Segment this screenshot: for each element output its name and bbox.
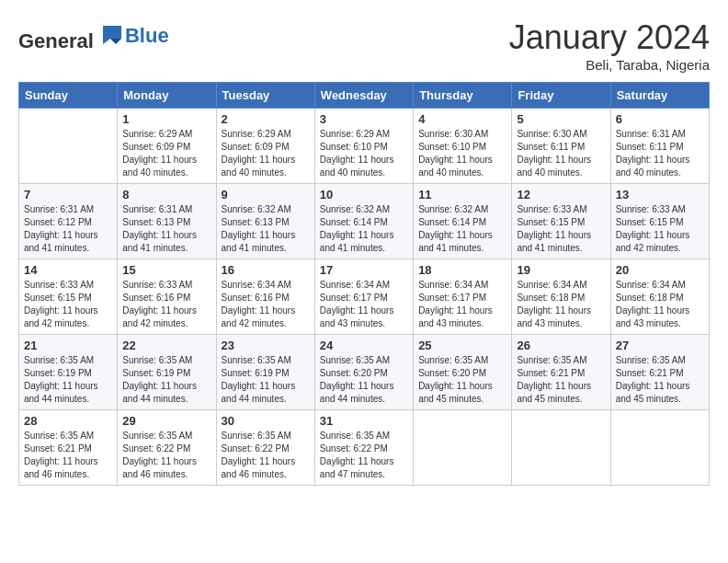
calendar-cell	[414, 410, 512, 486]
day-info: Sunrise: 6:30 AMSunset: 6:10 PMDaylight:…	[418, 128, 506, 179]
calendar-table: SundayMondayTuesdayWednesdayThursdayFrid…	[18, 82, 710, 486]
weekday-header-friday: Friday	[512, 83, 610, 109]
weekday-header-saturday: Saturday	[610, 83, 709, 109]
day-number: 2	[222, 112, 310, 126]
day-info: Sunrise: 6:35 AMSunset: 6:20 PMDaylight:…	[418, 354, 506, 406]
day-number: 25	[418, 339, 506, 352]
day-number: 9	[222, 188, 310, 201]
day-info: Sunrise: 6:34 AMSunset: 6:16 PMDaylight:…	[222, 279, 310, 330]
calendar-cell: 11Sunrise: 6:32 AMSunset: 6:14 PMDayligh…	[414, 184, 512, 259]
day-number: 21	[24, 339, 112, 352]
page-header: General Blue January 2024 Beli, Taraba, …	[18, 18, 710, 73]
day-info: Sunrise: 6:35 AMSunset: 6:22 PMDaylight:…	[122, 430, 210, 481]
calendar-cell: 23Sunrise: 6:35 AMSunset: 6:19 PMDayligh…	[216, 335, 314, 410]
calendar-cell: 13Sunrise: 6:33 AMSunset: 6:15 PMDayligh…	[610, 184, 709, 259]
weekday-header-tuesday: Tuesday	[216, 83, 314, 109]
calendar-cell: 17Sunrise: 6:34 AMSunset: 6:17 PMDayligh…	[314, 259, 413, 335]
calendar-cell: 3Sunrise: 6:29 AMSunset: 6:10 PMDaylight…	[314, 109, 413, 184]
day-number: 12	[517, 188, 605, 201]
calendar-cell: 19Sunrise: 6:34 AMSunset: 6:18 PMDayligh…	[512, 259, 610, 335]
day-number: 5	[517, 112, 605, 126]
day-info: Sunrise: 6:34 AMSunset: 6:17 PMDaylight:…	[418, 279, 506, 330]
day-info: Sunrise: 6:32 AMSunset: 6:14 PMDaylight:…	[320, 203, 408, 255]
calendar-cell	[512, 410, 610, 486]
calendar-cell: 10Sunrise: 6:32 AMSunset: 6:14 PMDayligh…	[314, 184, 413, 259]
calendar-cell: 29Sunrise: 6:35 AMSunset: 6:22 PMDayligh…	[118, 410, 216, 486]
day-info: Sunrise: 6:31 AMSunset: 6:11 PMDaylight:…	[616, 128, 704, 179]
day-number: 18	[418, 263, 506, 277]
calendar-cell: 26Sunrise: 6:35 AMSunset: 6:21 PMDayligh…	[512, 335, 610, 410]
weekday-header-wednesday: Wednesday	[314, 83, 413, 109]
calendar-week-row: 21Sunrise: 6:35 AMSunset: 6:19 PMDayligh…	[19, 335, 710, 410]
day-info: Sunrise: 6:32 AMSunset: 6:14 PMDaylight:…	[418, 203, 506, 255]
weekday-header-thursday: Thursday	[414, 83, 512, 109]
calendar-week-row: 7Sunrise: 6:31 AMSunset: 6:12 PMDaylight…	[19, 184, 710, 259]
calendar-cell: 24Sunrise: 6:35 AMSunset: 6:20 PMDayligh…	[314, 335, 413, 410]
calendar-cell: 12Sunrise: 6:33 AMSunset: 6:15 PMDayligh…	[512, 184, 610, 259]
day-number: 26	[517, 339, 605, 352]
calendar-week-row: 28Sunrise: 6:35 AMSunset: 6:21 PMDayligh…	[19, 410, 710, 486]
day-number: 7	[24, 188, 112, 201]
day-info: Sunrise: 6:34 AMSunset: 6:18 PMDaylight:…	[616, 279, 704, 330]
day-number: 23	[222, 339, 310, 352]
day-number: 13	[616, 188, 704, 201]
title-section: January 2024 Beli, Taraba, Nigeria	[509, 18, 710, 73]
calendar-cell: 16Sunrise: 6:34 AMSunset: 6:16 PMDayligh…	[216, 259, 314, 335]
day-number: 15	[122, 263, 210, 277]
logo: General Blue	[18, 18, 169, 53]
logo-general: General	[18, 29, 94, 52]
day-number: 11	[418, 188, 506, 201]
day-number: 28	[24, 414, 112, 428]
weekday-header-row: SundayMondayTuesdayWednesdayThursdayFrid…	[19, 83, 710, 109]
day-number: 19	[517, 263, 605, 277]
calendar-week-row: 1Sunrise: 6:29 AMSunset: 6:09 PMDaylight…	[19, 109, 710, 184]
day-info: Sunrise: 6:33 AMSunset: 6:15 PMDaylight:…	[616, 203, 704, 255]
day-number: 6	[616, 112, 704, 126]
calendar-cell: 25Sunrise: 6:35 AMSunset: 6:20 PMDayligh…	[414, 335, 512, 410]
logo-blue: Blue	[125, 24, 169, 47]
weekday-header-monday: Monday	[118, 83, 216, 109]
day-info: Sunrise: 6:29 AMSunset: 6:10 PMDaylight:…	[320, 128, 408, 179]
svg-marker-1	[110, 39, 121, 44]
calendar-cell	[19, 109, 118, 184]
day-number: 8	[122, 188, 210, 201]
day-number: 1	[122, 112, 210, 126]
day-number: 24	[320, 339, 408, 352]
weekday-header-sunday: Sunday	[19, 83, 118, 109]
day-info: Sunrise: 6:35 AMSunset: 6:19 PMDaylight:…	[122, 354, 210, 406]
day-info: Sunrise: 6:32 AMSunset: 6:13 PMDaylight:…	[222, 203, 310, 255]
calendar-cell: 1Sunrise: 6:29 AMSunset: 6:09 PMDaylight…	[118, 109, 216, 184]
logo-icon	[96, 18, 125, 48]
location-title: Beli, Taraba, Nigeria	[509, 57, 710, 73]
day-number: 16	[222, 263, 310, 277]
calendar-cell: 5Sunrise: 6:30 AMSunset: 6:11 PMDaylight…	[512, 109, 610, 184]
day-info: Sunrise: 6:34 AMSunset: 6:17 PMDaylight:…	[320, 279, 408, 330]
day-info: Sunrise: 6:34 AMSunset: 6:18 PMDaylight:…	[517, 279, 605, 330]
day-info: Sunrise: 6:35 AMSunset: 6:21 PMDaylight:…	[517, 354, 605, 406]
calendar-cell: 6Sunrise: 6:31 AMSunset: 6:11 PMDaylight…	[610, 109, 709, 184]
day-number: 31	[320, 414, 408, 428]
day-number: 27	[616, 339, 704, 352]
day-number: 30	[222, 414, 310, 428]
day-number: 29	[122, 414, 210, 428]
day-number: 22	[122, 339, 210, 352]
calendar-cell: 2Sunrise: 6:29 AMSunset: 6:09 PMDaylight…	[216, 109, 314, 184]
day-number: 20	[616, 263, 704, 277]
day-info: Sunrise: 6:31 AMSunset: 6:12 PMDaylight:…	[24, 203, 112, 255]
calendar-cell	[610, 410, 709, 486]
month-title: January 2024	[509, 18, 710, 57]
day-info: Sunrise: 6:35 AMSunset: 6:21 PMDaylight:…	[24, 430, 112, 481]
day-number: 10	[320, 188, 408, 201]
calendar-week-row: 14Sunrise: 6:33 AMSunset: 6:15 PMDayligh…	[19, 259, 710, 335]
day-info: Sunrise: 6:31 AMSunset: 6:13 PMDaylight:…	[122, 203, 210, 255]
calendar-cell: 15Sunrise: 6:33 AMSunset: 6:16 PMDayligh…	[118, 259, 216, 335]
calendar-cell: 27Sunrise: 6:35 AMSunset: 6:21 PMDayligh…	[610, 335, 709, 410]
day-info: Sunrise: 6:33 AMSunset: 6:15 PMDaylight:…	[517, 203, 605, 255]
day-info: Sunrise: 6:30 AMSunset: 6:11 PMDaylight:…	[517, 128, 605, 179]
calendar-cell: 22Sunrise: 6:35 AMSunset: 6:19 PMDayligh…	[118, 335, 216, 410]
day-info: Sunrise: 6:35 AMSunset: 6:22 PMDaylight:…	[222, 430, 310, 481]
day-info: Sunrise: 6:35 AMSunset: 6:19 PMDaylight:…	[222, 354, 310, 406]
day-number: 3	[320, 112, 408, 126]
calendar-cell: 7Sunrise: 6:31 AMSunset: 6:12 PMDaylight…	[19, 184, 118, 259]
day-info: Sunrise: 6:29 AMSunset: 6:09 PMDaylight:…	[222, 128, 310, 179]
